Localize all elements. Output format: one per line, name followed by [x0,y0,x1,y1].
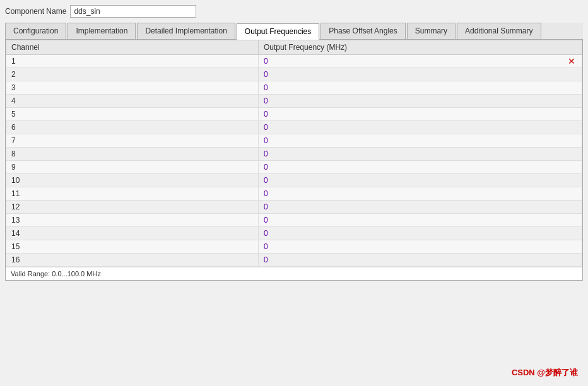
channel-cell: 4 [6,95,259,108]
freq-cell: 0 [259,187,582,201]
channel-cell: 15 [6,240,259,254]
table-row: 40 [6,95,582,108]
channel-cell: 12 [6,201,259,214]
freq-value: 0 [264,70,268,79]
table-row: 90 [6,161,582,174]
channel-cell: 3 [6,81,259,95]
freq-cell: 0 [259,240,582,254]
freq-cell: 0 [259,95,582,108]
freq-value: 0 [264,216,268,225]
table-row: 20 [6,68,582,81]
channel-cell: 10 [6,174,259,187]
channel-cell: 6 [6,121,259,134]
table-row: 10✕ [6,55,582,68]
channel-cell: 13 [6,214,259,227]
channel-cell: 11 [6,187,259,201]
freq-cell: 0 [259,161,582,174]
valid-range: Valid Range: 0.0...100.0 MHz [6,267,582,280]
freq-cell: 0 [259,148,582,161]
table-row: 60 [6,121,582,134]
freq-cell: 0 [259,174,582,187]
col-header-freq: Output Frequency (MHz) [259,40,582,55]
component-name-label: Component Name [5,7,66,16]
tab-configuration[interactable]: Configuration [5,23,66,39]
tab-output-frequencies[interactable]: Output Frequencies [237,23,319,40]
table-row: 120 [6,201,582,214]
freq-value: 0 [264,189,268,198]
freq-value: 0 [264,202,268,211]
frequencies-table: Channel Output Frequency (MHz) 10✕203040… [6,40,582,267]
table-row: 130 [6,214,582,227]
tab-additional-summary[interactable]: Additional Summary [457,23,541,39]
freq-value: 0 [264,255,268,264]
channel-cell: 2 [6,68,259,81]
table-row: 70 [6,134,582,148]
freq-value: 0 [264,176,268,185]
freq-cell: 0 [259,214,582,227]
channel-cell: 9 [6,161,259,174]
main-container: Component Name ConfigurationImplementati… [0,0,588,386]
channel-cell: 8 [6,148,259,161]
tab-phase-offset-angles[interactable]: Phase Offset Angles [320,23,406,39]
freq-value: 0 [264,136,268,145]
freq-cell: 0 [259,68,582,81]
col-header-channel: Channel [6,40,259,55]
channel-cell: 7 [6,134,259,148]
tab-detailed-implementation[interactable]: Detailed Implementation [137,23,235,39]
table-row: 150 [6,240,582,254]
freq-cell: 0 [259,227,582,240]
table-container: Channel Output Frequency (MHz) 10✕203040… [6,40,582,267]
freq-value: 0 [264,110,268,119]
freq-value: 0 [264,229,268,238]
tab-implementation[interactable]: Implementation [68,23,136,39]
table-row: 30 [6,81,582,95]
freq-value: 0 [264,123,268,132]
channel-cell: 1 [6,55,259,68]
channel-cell: 16 [6,254,259,267]
table-row: 110 [6,187,582,201]
freq-cell: 0 [259,134,582,148]
table-row: 100 [6,174,582,187]
clear-button[interactable]: ✕ [567,57,577,66]
freq-value: 0 [264,242,268,251]
freq-cell: 0 [259,121,582,134]
channel-cell: 14 [6,227,259,240]
watermark: CSDN @梦醉了谁 [512,367,578,378]
component-name-input[interactable] [70,5,196,18]
component-name-row: Component Name [5,5,583,18]
table-row: 80 [6,148,582,161]
channel-cell: 5 [6,108,259,121]
content-panel: Channel Output Frequency (MHz) 10✕203040… [5,40,583,281]
freq-value: 0 [264,83,268,92]
table-row: 140 [6,227,582,240]
freq-value: 0 [264,149,268,158]
freq-cell: 0✕ [259,55,582,68]
freq-value: 0 [264,96,268,105]
freq-cell: 0 [259,254,582,267]
freq-value: 0 [264,163,268,172]
tab-summary[interactable]: Summary [407,23,456,39]
freq-cell: 0 [259,201,582,214]
freq-cell: 0 [259,81,582,95]
freq-value: 0 [264,57,268,66]
table-row: 160 [6,254,582,267]
tab-bar: ConfigurationImplementationDetailed Impl… [5,23,583,40]
freq-cell: 0 [259,108,582,121]
table-row: 50 [6,108,582,121]
